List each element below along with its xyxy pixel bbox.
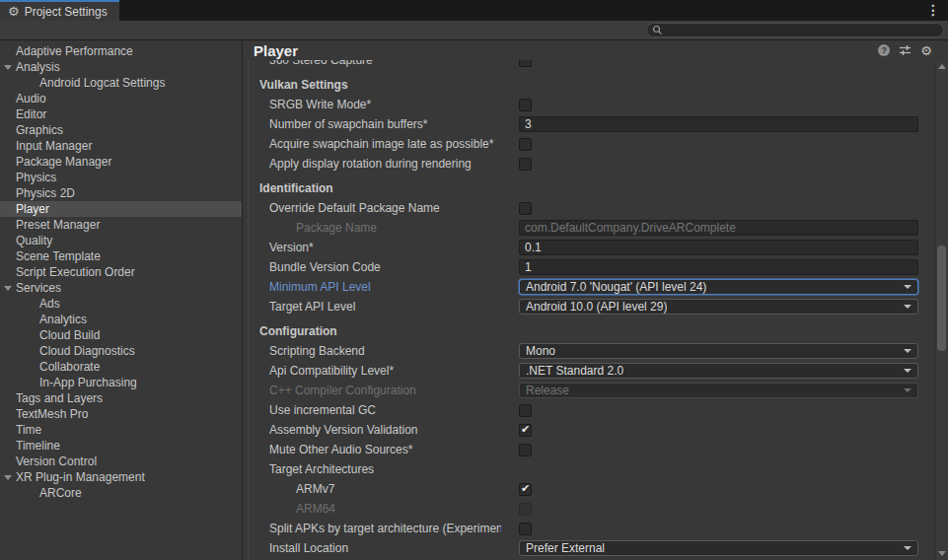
dropdown[interactable]: Mono — [519, 343, 918, 359]
preset-icon[interactable] — [899, 44, 912, 56]
sidebar-item-label: Adaptive Performance — [16, 44, 133, 58]
setting-label: Package Name — [249, 221, 501, 235]
sidebar-item-label: Editor — [16, 107, 46, 121]
setting-label: Version* — [249, 241, 501, 254]
sidebar-item[interactable]: Physics — [0, 170, 242, 185]
sidebar-item-label: Input Manager — [16, 139, 92, 153]
sidebar-item-label: Android Logcat Settings — [39, 76, 165, 90]
setting-label: Target API Level — [249, 300, 501, 314]
sidebar-item-label: Cloud Build — [39, 328, 100, 342]
sidebar-item[interactable]: Preset Manager — [0, 217, 242, 233]
sidebar-item-label: Ads — [39, 297, 60, 311]
setting-label: SRGB Write Mode* — [249, 98, 501, 111]
sidebar-item[interactable]: Collaborate — [0, 359, 242, 375]
sidebar-item-label: Timeline — [16, 439, 60, 453]
search-input[interactable] — [646, 23, 944, 37]
sidebar-item[interactable]: Android Logcat Settings — [0, 75, 242, 91]
sidebar-item[interactable]: Package Manager — [0, 154, 242, 170]
checkbox[interactable]: ✔ — [519, 424, 532, 437]
dropdown[interactable]: Android 10.0 (API level 29) — [519, 299, 918, 315]
sidebar-item[interactable]: Timeline — [0, 438, 242, 454]
settings-row: Assembly Version Validation✔ — [249, 420, 934, 440]
checkbox[interactable]: ✔ — [519, 483, 532, 496]
checkbox[interactable] — [519, 404, 532, 417]
sidebar-item[interactable]: Physics 2D — [0, 185, 242, 201]
sidebar-item[interactable]: XR Plug-in Management — [0, 469, 242, 485]
scroll-down-arrow-icon[interactable] — [938, 551, 946, 556]
setting-label: Scripting Backend — [249, 344, 501, 358]
help-icon[interactable]: ? — [878, 44, 890, 56]
header-icons: ? ⚙ — [878, 44, 932, 57]
dropdown[interactable]: .NET Standard 2.0 — [519, 363, 918, 379]
chevron-down-icon — [904, 305, 912, 309]
foldout-arrow-icon[interactable] — [4, 65, 12, 70]
setting-control: ✔ — [519, 424, 532, 437]
setting-label: Install Location — [249, 541, 501, 555]
chevron-down-icon — [904, 285, 912, 289]
sidebar-item[interactable]: Version Control — [0, 454, 242, 469]
sidebar-item[interactable]: Adaptive Performance — [0, 43, 242, 59]
sidebar-item[interactable]: In-App Purchasing — [0, 375, 242, 390]
checkbox[interactable] — [519, 444, 532, 456]
text-field[interactable]: 0.1 — [519, 240, 918, 255]
setting-control — [519, 444, 532, 456]
chevron-down-icon — [904, 369, 912, 373]
sidebar-item[interactable]: Scene Template — [0, 248, 242, 264]
checkbox[interactable] — [519, 158, 532, 171]
checkbox[interactable] — [519, 523, 532, 535]
kebab-menu-icon[interactable]: ⋮ — [926, 1, 940, 19]
sidebar-item-label: Quality — [16, 234, 52, 247]
sidebar-item-label: Physics — [16, 171, 56, 184]
sidebar-item[interactable]: Services — [0, 280, 242, 296]
sidebar-item-label: Services — [16, 281, 61, 295]
dropdown[interactable]: Android 7.0 'Nougat' (API level 24) — [519, 279, 918, 295]
vertical-scrollbar[interactable] — [934, 60, 948, 560]
sidebar-item[interactable]: Graphics — [0, 122, 242, 138]
sidebar-item-label: In-App Purchasing — [39, 376, 137, 389]
text-field[interactable]: 1 — [519, 259, 918, 275]
section-header: Vulkan Settings — [249, 75, 934, 95]
settings-row: Version*0.1 — [249, 238, 934, 257]
foldout-arrow-icon[interactable] — [4, 286, 12, 291]
sidebar-item-label: Version Control — [16, 455, 97, 468]
scroll-up-arrow-icon[interactable] — [938, 64, 946, 69]
sidebar-item[interactable]: Quality — [0, 233, 242, 248]
sidebar-item[interactable]: Tags and Layers — [0, 390, 242, 406]
checkbox[interactable] — [519, 99, 532, 111]
tab-project-settings[interactable]: ⚙ Project Settings — [0, 0, 119, 21]
sidebar-item-label: TextMesh Pro — [16, 407, 88, 421]
setting-control — [519, 158, 532, 171]
sidebar-item[interactable]: TextMesh Pro — [0, 406, 242, 422]
sidebar-item[interactable]: Cloud Diagnostics — [0, 343, 242, 359]
gear-icon[interactable]: ⚙ — [920, 44, 932, 57]
setting-label: C++ Compiler Configuration — [249, 384, 501, 397]
sidebar-item[interactable]: Player — [0, 201, 242, 217]
checkbox[interactable] — [519, 138, 532, 151]
sidebar-item[interactable]: Input Manager — [0, 138, 242, 154]
setting-label: Bundle Version Code — [249, 260, 501, 274]
sidebar-item[interactable]: Script Execution Order — [0, 264, 242, 280]
sidebar-item[interactable]: Time — [0, 422, 242, 438]
section-header: Configuration — [249, 321, 934, 341]
sidebar-item[interactable]: Editor — [0, 106, 242, 122]
sidebar-item-label: Audio — [16, 92, 46, 105]
sidebar-item[interactable]: Cloud Build — [0, 327, 242, 343]
sidebar-item[interactable]: ARCore — [0, 485, 242, 501]
sidebar-item-label: Graphics — [16, 123, 63, 137]
foldout-arrow-icon[interactable] — [4, 475, 12, 480]
checkbox[interactable] — [519, 60, 532, 67]
text-field[interactable]: 3 — [519, 116, 918, 132]
setting-control: com.DefaultCompany.DriveARComplete — [519, 220, 918, 236]
setting-label: Use incremental GC — [249, 403, 501, 417]
settings-row: C++ Compiler ConfigurationRelease — [249, 381, 934, 400]
sidebar-item[interactable]: Audio — [0, 91, 242, 106]
settings-row: Override Default Package Name — [249, 198, 934, 218]
sidebar-item[interactable]: Analysis — [0, 59, 242, 75]
checkbox[interactable] — [519, 202, 532, 215]
dropdown-value: Release — [526, 384, 569, 397]
sidebar-item[interactable]: Ads — [0, 296, 242, 312]
toolbar — [0, 21, 948, 40]
setting-control: Release — [519, 383, 918, 398]
scroll-thumb[interactable] — [937, 245, 946, 351]
sidebar-item[interactable]: Analytics — [0, 312, 242, 327]
